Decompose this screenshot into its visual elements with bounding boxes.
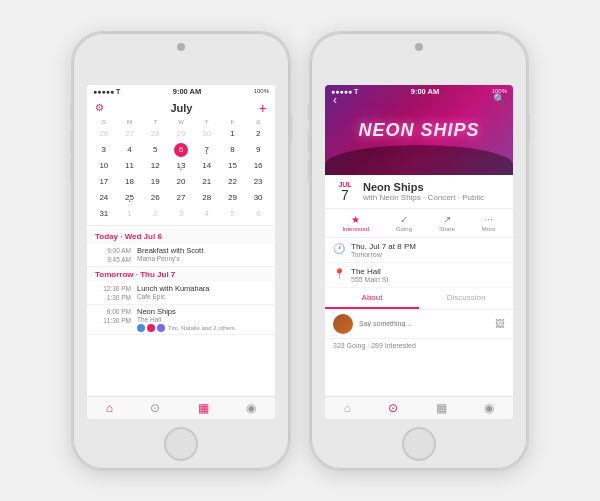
calendar-icon-2[interactable]: ▦: [436, 401, 447, 415]
tab-discussion[interactable]: Discussion: [419, 288, 513, 309]
cal-cell[interactable]: 22: [225, 175, 239, 189]
cal-cell[interactable]: 30: [251, 191, 265, 205]
cal-cell[interactable]: 19: [148, 175, 162, 189]
cal-cell[interactable]: 2: [251, 127, 265, 141]
battery-2: 100%: [492, 88, 507, 94]
event-subtitle: Cafe Epic: [137, 293, 210, 300]
share-button[interactable]: ↗ Share: [439, 214, 455, 232]
event-name: Neon Ships: [363, 181, 484, 193]
calendar-bottom-bar: ⌂ ⊙ ▦ ◉: [87, 396, 275, 419]
cal-cell[interactable]: 1: [225, 127, 239, 141]
cal-cell[interactable]: 14: [200, 159, 214, 173]
calendar-icon[interactable]: ▦: [198, 401, 209, 415]
days-header: S M T W T F S: [91, 118, 271, 126]
event-subtitle: The Hall: [137, 316, 235, 323]
cal-cell[interactable]: 27: [123, 127, 137, 141]
event-location-info: The Hall 555 Main St: [351, 267, 388, 283]
event-time-info: Thu, Jul 7 at 8 PM Tomorrow: [351, 242, 416, 258]
cal-cell[interactable]: 5: [225, 207, 239, 221]
calendar-month-title: July: [170, 102, 192, 114]
event-info: Neon Ships The Hall Tim, Natalie and 2 o…: [137, 307, 235, 332]
tab-about[interactable]: About: [325, 288, 419, 309]
cal-cell[interactable]: 7: [200, 143, 214, 157]
cal-cell[interactable]: 28: [200, 191, 214, 205]
cal-cell[interactable]: 15: [225, 159, 239, 173]
cal-cell[interactable]: 21: [200, 175, 214, 189]
search-icon[interactable]: ⊙: [150, 401, 160, 415]
gear-icon[interactable]: ⚙: [95, 102, 104, 113]
home-button-2[interactable]: [402, 427, 436, 461]
event-time: 8:00 PM 11:30 PM: [95, 307, 131, 332]
venue-name: The Hall: [351, 267, 388, 276]
event-info: Lunch with Kumahara Cafe Epic: [137, 284, 210, 302]
cal-cell[interactable]: 31: [97, 207, 111, 221]
event-breakfast[interactable]: 9:00 AM 9:45 AM Breakfast with Scott Mam…: [87, 244, 275, 267]
cal-cell[interactable]: 27: [174, 191, 188, 205]
cal-cell[interactable]: 28: [148, 127, 162, 141]
profile-icon[interactable]: ◉: [246, 401, 256, 415]
event-time-row: 🕐 Thu, Jul 7 at 8 PM Tomorrow: [325, 238, 513, 263]
day-label-s2: S: [245, 118, 271, 126]
cal-cell[interactable]: 11: [123, 159, 137, 173]
home-icon-2[interactable]: ⌂: [344, 401, 351, 415]
star-icon: ★: [351, 214, 360, 225]
cal-cell[interactable]: 3: [174, 207, 188, 221]
cal-cell[interactable]: 23: [251, 175, 265, 189]
more-icon: ···: [484, 214, 492, 225]
cal-cell[interactable]: 1: [123, 207, 137, 221]
cal-cell[interactable]: 4: [123, 143, 137, 157]
cal-cell[interactable]: 26: [148, 191, 162, 205]
cal-cell[interactable]: 4: [200, 207, 214, 221]
cal-cell[interactable]: 12: [148, 159, 162, 173]
event-neon-ships[interactable]: 8:00 PM 11:30 PM Neon Ships The Hall Tim…: [87, 305, 275, 335]
event-title: Breakfast with Scott: [137, 246, 203, 255]
cal-cell[interactable]: 17: [97, 175, 111, 189]
event-subtitle: Mama Penny's: [137, 255, 203, 262]
add-event-button[interactable]: +: [259, 101, 267, 115]
day-label-w: W: [168, 118, 194, 126]
cal-cell[interactable]: 16: [251, 159, 265, 173]
event-relative-time: Tomorrow: [351, 251, 416, 258]
cal-cell[interactable]: 3: [97, 143, 111, 157]
search-icon-2[interactable]: ⊙: [388, 401, 398, 415]
cal-week-3: 10 11 12 13 14 15 16: [91, 158, 271, 174]
cal-cell[interactable]: 24: [97, 191, 111, 205]
event-time: 9:00 AM 9:45 AM: [95, 246, 131, 264]
cal-cell[interactable]: 20: [174, 175, 188, 189]
cal-cell[interactable]: 8: [225, 143, 239, 157]
cal-cell-today[interactable]: 6: [174, 143, 188, 157]
event-day: 7: [341, 188, 349, 202]
event-info: Breakfast with Scott Mama Penny's: [137, 246, 203, 264]
going-label: Going: [396, 226, 412, 232]
more-button[interactable]: ··· More: [482, 214, 496, 232]
day-label-f: F: [220, 118, 246, 126]
calendar-screen: ●●●●● T 9:00 AM 100% ⚙ July + S M T W T …: [87, 85, 275, 419]
cal-cell[interactable]: 25: [123, 191, 137, 205]
cal-cell[interactable]: 5: [148, 143, 162, 157]
calendar-header: ⚙ July +: [87, 98, 275, 118]
cal-cell[interactable]: 30: [200, 127, 214, 141]
status-bar-1: ●●●●● T 9:00 AM 100%: [87, 85, 275, 98]
image-attach-icon[interactable]: 🖼: [495, 318, 505, 329]
cal-cell[interactable]: 13: [174, 159, 188, 173]
cal-cell[interactable]: 29: [174, 127, 188, 141]
interested-label: Interested: [342, 226, 369, 232]
cal-cell[interactable]: 18: [123, 175, 137, 189]
home-button-1[interactable]: [164, 427, 198, 461]
event-lunch[interactable]: 12:30 PM 1:30 PM Lunch with Kumahara Caf…: [87, 282, 275, 305]
profile-icon-2[interactable]: ◉: [484, 401, 494, 415]
home-icon[interactable]: ⌂: [106, 401, 113, 415]
comment-input[interactable]: [359, 320, 489, 327]
cal-cell[interactable]: 6: [251, 207, 265, 221]
interested-button[interactable]: ★ Interested: [342, 214, 369, 232]
event-bottom-bar: ⌂ ⊙ ▦ ◉: [325, 396, 513, 419]
cal-cell[interactable]: 26: [97, 127, 111, 141]
cal-cell[interactable]: 2: [148, 207, 162, 221]
cal-cell[interactable]: 10: [97, 159, 111, 173]
cal-cell[interactable]: 29: [225, 191, 239, 205]
calendar-grid: S M T W T F S 26 27 28 29 30 1 2: [87, 118, 275, 222]
going-button[interactable]: ✓ Going: [396, 214, 412, 232]
cal-cell[interactable]: 9: [251, 143, 265, 157]
cal-week-4: 17 18 19 20 21 22 23: [91, 174, 271, 190]
cal-week-5: 24 25 26 27 28 29 30: [91, 190, 271, 206]
